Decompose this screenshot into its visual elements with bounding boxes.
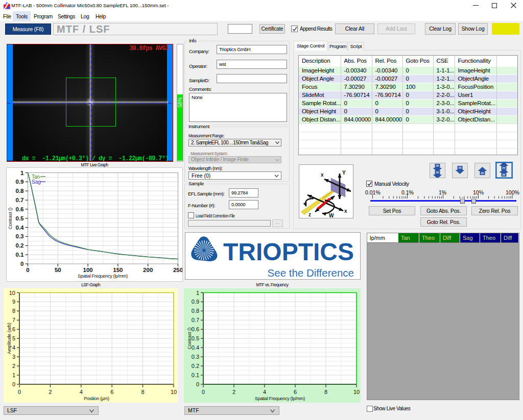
svg-text:0.2: 0.2 [192,363,199,369]
svg-text:Y: Y [342,170,346,176]
svg-text:0.9: 0.9 [16,179,24,185]
svg-text:8: 8 [12,308,15,314]
svg-text:10: 10 [353,389,360,395]
svg-text:150: 150 [113,267,123,273]
svg-text:1: 1 [20,170,24,176]
svg-text:0: 0 [12,381,15,387]
svg-text:0.8: 0.8 [192,308,199,314]
svg-text:6: 6 [12,326,15,332]
svg-text:Spatial Frequency (lp/mm): Spatial Frequency (lp/mm) [78,274,128,279]
svg-text:Contrast (): Contrast () [8,208,13,230]
svg-text:x: x [321,172,324,178]
svg-text:200: 200 [143,267,153,273]
svg-text:Contrast (): Contrast () [187,328,192,350]
svg-text:7: 7 [12,317,15,323]
svg-text:0.1: 0.1 [16,252,25,258]
svg-text:0.8: 0.8 [16,188,25,194]
svg-text:1: 1 [196,290,199,296]
svg-text:0.5: 0.5 [16,215,25,221]
svg-text:2: 2 [49,389,52,395]
svg-text:0.3: 0.3 [16,233,24,239]
svg-text:9: 9 [12,299,15,305]
svg-text:50: 50 [55,267,61,273]
svg-text:2: 2 [12,363,15,369]
svg-text:0: 0 [18,389,21,395]
svg-text:Sag: Sag [32,179,41,185]
svg-text:2: 2 [232,389,235,395]
svg-text:0: 0 [26,267,29,273]
svg-text:0: 0 [196,381,199,387]
svg-text:Spatial Frequency (lp/mm): Spatial Frequency (lp/mm) [255,396,305,401]
svg-text:1: 1 [12,372,15,378]
svg-text:0.1: 0.1 [192,372,199,378]
svg-text:0.4: 0.4 [192,344,199,351]
svg-text:0.5: 0.5 [192,335,199,341]
svg-text:x: x [344,208,347,214]
svg-text:0.6: 0.6 [192,326,199,332]
svg-text:0.6: 0.6 [16,206,24,212]
svg-text:6: 6 [110,389,113,395]
svg-text:0.4: 0.4 [16,225,25,231]
svg-text:6: 6 [294,389,297,395]
svg-text:4: 4 [263,389,266,395]
svg-text:Amplitude (arb): Amplitude (arb) [7,323,12,354]
svg-text:3: 3 [12,354,15,360]
svg-text:0.9: 0.9 [192,299,199,305]
svg-text:10: 10 [171,389,177,395]
svg-text:0.2: 0.2 [16,242,24,249]
svg-text:Position (µm): Position (µm) [84,396,109,401]
svg-text:0: 0 [20,261,23,267]
svg-text:4: 4 [12,344,15,351]
svg-text:z: z [308,212,311,217]
svg-text:250: 250 [173,267,182,273]
svg-text:0: 0 [202,389,205,395]
svg-text:100: 100 [83,267,93,273]
svg-text:0.7: 0.7 [192,317,199,323]
svg-text:0.3: 0.3 [192,354,199,360]
svg-text:5: 5 [12,335,15,341]
svg-text:4: 4 [80,389,83,395]
svg-text:8: 8 [324,389,327,395]
svg-text:W: W [329,213,334,218]
svg-text:10: 10 [9,290,15,296]
svg-text:8: 8 [141,389,145,395]
svg-text:0.7: 0.7 [16,197,24,203]
